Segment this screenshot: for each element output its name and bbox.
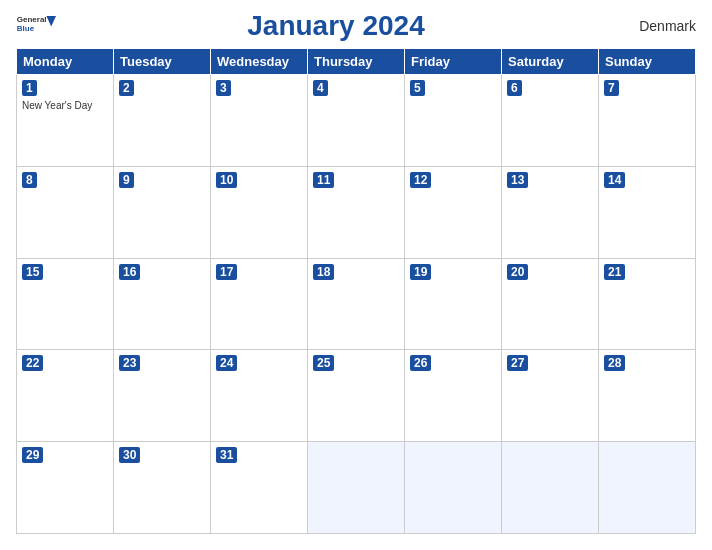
day-number: 17 [216,264,237,280]
calendar-day-cell: 19 [405,258,502,350]
calendar-table: Monday Tuesday Wednesday Thursday Friday… [16,48,696,534]
calendar-day-cell: 30 [114,442,211,534]
day-number: 3 [216,80,231,96]
day-number: 20 [507,264,528,280]
calendar-day-cell: 23 [114,350,211,442]
day-number: 19 [410,264,431,280]
day-number: 30 [119,447,140,463]
calendar-day-cell: 18 [308,258,405,350]
header-saturday: Saturday [502,49,599,75]
calendar-day-cell [308,442,405,534]
day-number: 8 [22,172,37,188]
calendar-week-row: 1New Year's Day234567 [17,75,696,167]
calendar-day-cell: 20 [502,258,599,350]
header-thursday: Thursday [308,49,405,75]
day-number: 2 [119,80,134,96]
day-number: 11 [313,172,334,188]
calendar-day-cell: 15 [17,258,114,350]
calendar-day-cell: 3 [211,75,308,167]
day-number: 21 [604,264,625,280]
calendar-day-cell: 17 [211,258,308,350]
day-number: 4 [313,80,328,96]
calendar-day-cell: 13 [502,166,599,258]
country-label: Denmark [616,18,696,34]
day-number: 12 [410,172,431,188]
day-number: 16 [119,264,140,280]
calendar-day-cell: 1New Year's Day [17,75,114,167]
calendar-week-row: 891011121314 [17,166,696,258]
calendar-day-cell: 9 [114,166,211,258]
header-wednesday: Wednesday [211,49,308,75]
day-number: 15 [22,264,43,280]
calendar-week-row: 22232425262728 [17,350,696,442]
calendar-day-cell: 16 [114,258,211,350]
calendar-day-cell: 24 [211,350,308,442]
day-number: 23 [119,355,140,371]
calendar-day-cell: 21 [599,258,696,350]
calendar-day-cell [405,442,502,534]
calendar-day-cell: 10 [211,166,308,258]
calendar-day-cell: 22 [17,350,114,442]
day-number: 29 [22,447,43,463]
day-number: 18 [313,264,334,280]
calendar-day-cell: 8 [17,166,114,258]
svg-text:General: General [17,15,47,24]
calendar-day-cell: 27 [502,350,599,442]
calendar-day-cell: 28 [599,350,696,442]
day-number: 5 [410,80,425,96]
svg-text:Blue: Blue [17,24,35,33]
header-sunday: Sunday [599,49,696,75]
calendar-day-cell: 29 [17,442,114,534]
header-monday: Monday [17,49,114,75]
generalblue-logo-icon: General Blue [16,12,56,40]
calendar-day-cell: 7 [599,75,696,167]
calendar-day-cell: 31 [211,442,308,534]
calendar-day-cell: 5 [405,75,502,167]
calendar-day-cell: 4 [308,75,405,167]
weekday-header-row: Monday Tuesday Wednesday Thursday Friday… [17,49,696,75]
calendar-day-cell: 12 [405,166,502,258]
month-title: January 2024 [56,10,616,42]
day-number: 25 [313,355,334,371]
svg-marker-2 [46,16,56,26]
calendar-day-cell: 2 [114,75,211,167]
holiday-label: New Year's Day [22,100,108,111]
calendar-week-row: 15161718192021 [17,258,696,350]
day-number: 10 [216,172,237,188]
day-number: 13 [507,172,528,188]
day-number: 27 [507,355,528,371]
logo: General Blue [16,12,56,40]
calendar-week-row: 293031 [17,442,696,534]
day-number: 9 [119,172,134,188]
day-number: 26 [410,355,431,371]
calendar-day-cell: 14 [599,166,696,258]
day-number: 7 [604,80,619,96]
day-number: 1 [22,80,37,96]
calendar-day-cell [502,442,599,534]
calendar-header: General Blue January 2024 Denmark [16,10,696,42]
day-number: 22 [22,355,43,371]
day-number: 28 [604,355,625,371]
day-number: 14 [604,172,625,188]
header-tuesday: Tuesday [114,49,211,75]
calendar-day-cell: 25 [308,350,405,442]
calendar-day-cell: 11 [308,166,405,258]
calendar-day-cell: 26 [405,350,502,442]
day-number: 6 [507,80,522,96]
header-friday: Friday [405,49,502,75]
day-number: 31 [216,447,237,463]
calendar-day-cell: 6 [502,75,599,167]
calendar-day-cell [599,442,696,534]
day-number: 24 [216,355,237,371]
